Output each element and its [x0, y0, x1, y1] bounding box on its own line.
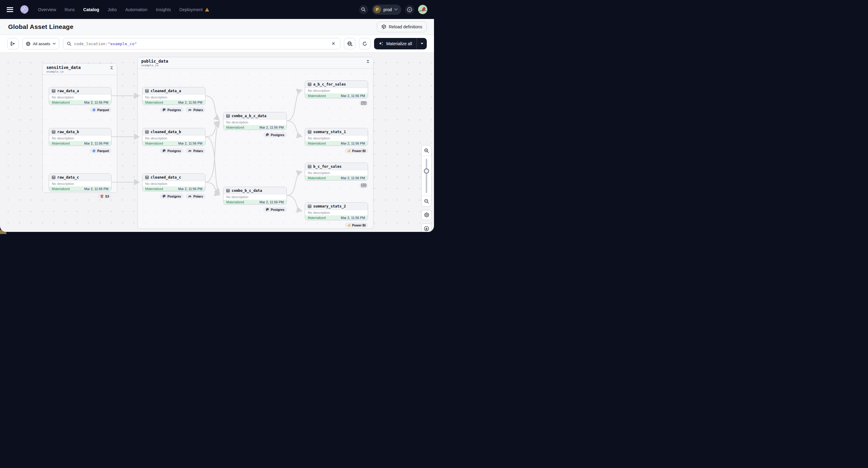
asset-description: No description — [143, 95, 205, 100]
asset-name: summary_stats_1 — [313, 130, 346, 134]
asset-name: combo_a_b_c_data — [231, 114, 267, 118]
deployment-switcher[interactable]: P prod — [372, 4, 401, 15]
tag-polars[interactable]: Polars — [186, 148, 206, 153]
asset-node-combo-b-c-data[interactable]: combo_b_c_data No description Materializ… — [223, 187, 287, 205]
table-icon — [308, 205, 311, 208]
tag-postgres[interactable]: Postgres — [263, 132, 287, 137]
tag-postgres[interactable]: Postgres — [160, 148, 183, 153]
asset-tags: Postgres Polars — [142, 148, 206, 153]
tag-polars[interactable]: Polars — [186, 107, 206, 112]
tag-polars[interactable]: Polars — [186, 194, 206, 199]
asset-status-row: MaterializedMar 2, 11:56 PM — [143, 141, 205, 146]
asset-tags: Power BI — [305, 148, 368, 153]
global-search-button[interactable] — [359, 5, 368, 14]
asset-tags: csv — [305, 183, 368, 188]
asset-status-row: MaterializedMar 2, 11:56 PM — [49, 186, 111, 191]
asset-description: No description — [49, 181, 111, 186]
asset-node-summary-stats-1[interactable]: summary_stats_1 No description Materiali… — [305, 128, 368, 146]
asset-node-raw-data-b[interactable]: raw_data_b No description MaterializedMa… — [49, 128, 112, 146]
refresh-graph-button[interactable] — [359, 38, 370, 50]
tag-power-bi[interactable]: Power BI — [345, 148, 368, 153]
status-badge: Materialized — [308, 142, 326, 145]
tag-s3[interactable]: S3 — [98, 194, 112, 199]
asset-search-input[interactable]: code_location:"example_co" ✕ — [63, 38, 341, 50]
filter-code-location-button[interactable] — [344, 38, 355, 50]
nav-item-jobs[interactable]: Jobs — [107, 7, 117, 12]
table-icon — [226, 189, 230, 192]
materialize-options-button[interactable] — [416, 38, 427, 50]
lineage-canvas[interactable]: sensitive_data example_co public_data ex… — [0, 53, 434, 232]
nav-item-runs[interactable]: Runs — [64, 7, 75, 12]
nav-item-insights[interactable]: Insights — [156, 7, 171, 12]
status-badge: Materialized — [52, 142, 69, 145]
graph-settings-button[interactable] — [421, 210, 432, 220]
zoom-slider-knob[interactable] — [424, 169, 429, 174]
zoom-in-icon — [424, 148, 429, 153]
nav-item-catalog[interactable]: Catalog — [83, 7, 99, 12]
globe-icon — [26, 41, 30, 46]
asset-node-raw-data-a[interactable]: raw_data_a No description MaterializedMa… — [49, 87, 112, 105]
tag-postgres[interactable]: Postgres — [160, 107, 183, 112]
reload-definitions-button[interactable]: Reload definitions — [377, 21, 427, 32]
tag-power-bi[interactable]: Power BI — [345, 223, 368, 228]
zoom-slider[interactable] — [422, 156, 431, 196]
tag-csv[interactable]: csv — [359, 183, 368, 188]
parquet-icon — [92, 149, 96, 153]
asset-status-row: MaterializedMar 2, 11:56 PM — [49, 100, 111, 104]
asset-status-row: MaterializedMar 2, 11:56 PM — [223, 125, 286, 129]
materialize-all-button[interactable]: Materialize all — [374, 38, 416, 50]
asset-scope-label: All assets — [33, 41, 50, 46]
clear-search-button[interactable]: ✕ — [331, 40, 337, 48]
zoom-slider-track[interactable] — [426, 159, 427, 193]
search-icon — [67, 41, 71, 46]
asset-status-row: MaterializedMar 2, 11:56 PM — [305, 141, 368, 146]
asset-name: raw_data_b — [57, 130, 79, 134]
asset-node-combo-a-b-c-data[interactable]: combo_a_b_c_data No description Material… — [223, 112, 287, 130]
download-image-button[interactable] — [421, 223, 432, 232]
table-icon — [145, 130, 149, 134]
lineage-toolbar: All assets code_location:"example_co" ✕ — [0, 35, 434, 53]
nav-item-deployment[interactable]: Deployment — [179, 7, 209, 12]
asset-tags: csv — [305, 101, 368, 106]
asset-status-row: MaterializedMar 2, 11:56 PM — [49, 141, 111, 146]
postgres-icon — [162, 194, 166, 198]
tag-postgres[interactable]: Postgres — [263, 207, 287, 212]
tag-csv[interactable]: csv — [359, 101, 368, 106]
tag-parquet[interactable]: Parquet — [90, 148, 112, 153]
asset-node-cleaned-data-c[interactable]: cleaned_data_c No description Materializ… — [142, 174, 206, 191]
asset-node-raw-data-c[interactable]: raw_data_c No description MaterializedMa… — [49, 174, 112, 191]
user-avatar[interactable] — [418, 5, 427, 14]
avatar-bird-image — [418, 5, 427, 14]
nav-item-overview[interactable]: Overview — [38, 7, 56, 12]
zoom-out-button[interactable] — [422, 196, 431, 206]
open-side-panel-button[interactable] — [7, 38, 19, 50]
collapse-group-icon[interactable] — [109, 65, 114, 70]
polars-icon — [188, 108, 192, 112]
asset-node-a-b-c-for-sales[interactable]: a_b_c_for_sales No description Materiali… — [305, 81, 368, 98]
group-header[interactable]: sensitive_data example_co — [43, 64, 117, 75]
reload-cube-icon — [381, 24, 386, 30]
status-badge: Materialized — [145, 101, 163, 104]
zoom-in-button[interactable] — [422, 146, 431, 156]
status-badge: Materialized — [145, 187, 163, 191]
top-nav-bar: Overview Runs Catalog Jobs Automation In… — [0, 0, 434, 19]
refresh-icon — [362, 41, 367, 46]
help-button[interactable]: ? — [405, 5, 414, 14]
collapse-group-icon[interactable] — [366, 59, 370, 64]
asset-status-row: MaterializedMar 2, 11:56 PM — [305, 215, 368, 220]
tag-parquet[interactable]: Parquet — [90, 107, 112, 112]
asset-node-cleaned-data-b[interactable]: cleaned_data_b No description Materializ… — [142, 128, 206, 146]
power-bi-icon — [347, 149, 350, 152]
asset-description: No description — [305, 88, 368, 93]
asset-scope-selector[interactable]: All assets — [22, 38, 59, 50]
question-mark-icon: ? — [407, 7, 412, 12]
asset-node-cleaned-data-a[interactable]: cleaned_data_a No description Materializ… — [142, 87, 206, 105]
group-header[interactable]: public_data example_co — [137, 57, 373, 69]
dagster-logo-icon[interactable] — [19, 4, 30, 15]
menu-icon[interactable] — [7, 7, 13, 12]
asset-node-b-c-for-sales[interactable]: b_c_for_sales No description Materialize… — [305, 163, 368, 180]
asset-node-summary-stats-2[interactable]: summary_stats_2 No description Materiali… — [305, 202, 368, 220]
tag-postgres[interactable]: Postgres — [160, 194, 183, 199]
nav-item-automation[interactable]: Automation — [125, 7, 147, 12]
asset-tags: Parquet — [49, 148, 112, 153]
